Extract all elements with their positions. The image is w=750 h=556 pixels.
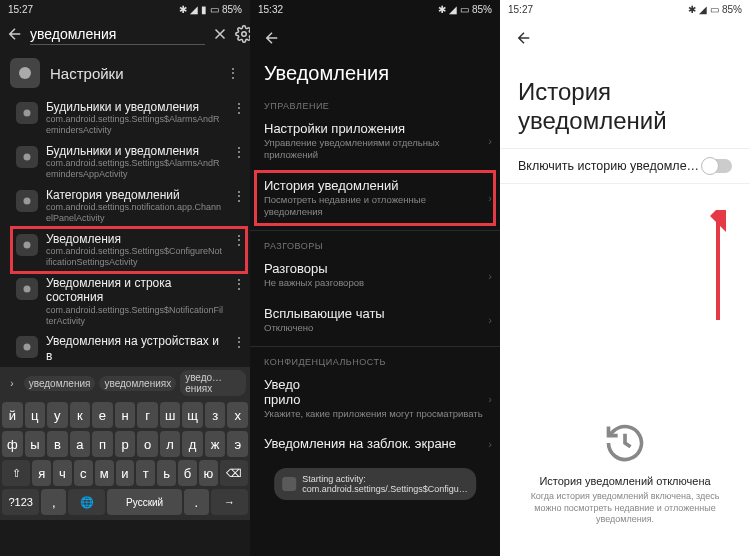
battery-pct: 85% — [222, 4, 242, 15]
settings-item[interactable]: Уведомления на заблок. экране › — [250, 428, 500, 459]
settings-item[interactable]: История уведомлений Посмотреть недавние … — [250, 170, 500, 227]
keyboard-key[interactable]: д — [182, 431, 203, 457]
section-header: РАЗГОВОРЫ — [250, 235, 500, 253]
more-icon[interactable]: ⋮ — [232, 276, 244, 292]
back-icon[interactable] — [6, 22, 24, 46]
search-input[interactable] — [30, 24, 205, 45]
keyboard-key[interactable]: ?123 — [2, 489, 39, 515]
keyboard-key[interactable]: р — [115, 431, 136, 457]
search-result-item[interactable]: Будильники и уведомления com.android.set… — [6, 140, 250, 184]
annotation-arrow — [708, 210, 728, 324]
suggestion-chip[interactable]: уведомлениях — [99, 376, 176, 391]
keyboard-key[interactable]: й — [2, 402, 23, 428]
keyboard-key[interactable]: , — [41, 489, 66, 515]
search-result-item[interactable]: Уведомления на устройствах и в ⋮ — [6, 330, 250, 367]
keyboard-key[interactable]: ц — [25, 402, 46, 428]
svg-point-3 — [24, 153, 31, 160]
toggle-switch[interactable] — [702, 159, 732, 173]
keyboard-key[interactable]: в — [47, 431, 68, 457]
empty-subtitle: Когда история уведомлений включена, здес… — [520, 491, 730, 526]
vibrate-icon: ◢ — [190, 4, 198, 15]
keyboard-key[interactable]: п — [92, 431, 113, 457]
keyboard-suggestions: › уведомления уведомлениях уведо…ениях — [0, 367, 250, 399]
keyboard-key[interactable]: а — [70, 431, 91, 457]
more-icon[interactable]: ⋮ — [232, 144, 244, 160]
status-time: 15:32 — [258, 4, 283, 15]
battery-pct: 85% — [722, 4, 742, 15]
keyboard-key[interactable]: е — [92, 402, 113, 428]
keyboard-key[interactable]: о — [137, 431, 158, 457]
keyboard-key[interactable]: → — [211, 489, 248, 515]
keyboard-key[interactable]: . — [184, 489, 209, 515]
status-icons: ✱ ◢ ▭ 85% — [688, 4, 742, 15]
result-subtitle: com.android.settings.Settings$AlarmsAndR… — [46, 114, 224, 136]
keyboard-key[interactable]: к — [70, 402, 91, 428]
item-subtitle: Отключено — [264, 322, 486, 334]
svg-point-5 — [24, 241, 31, 248]
keyboard-key[interactable]: ь — [157, 460, 176, 486]
suggestion-chip[interactable]: уведомления — [24, 376, 96, 391]
keyboard-key[interactable]: и — [116, 460, 135, 486]
section-header: КОНФИДЕНЦИАЛЬНОСТЬ — [250, 351, 500, 369]
keyboard-key[interactable]: у — [47, 402, 68, 428]
keyboard-key[interactable]: я — [32, 460, 51, 486]
item-subtitle: Управление уведомлениями отдельных прило… — [264, 137, 486, 162]
keyboard-key[interactable]: щ — [182, 402, 203, 428]
item-subtitle: Укажите, какие приложения могут просматр… — [264, 408, 486, 420]
settings-item[interactable]: Всплывающие чаты Отключено › — [250, 298, 500, 342]
battery-icon: ▭ — [210, 4, 219, 15]
keyboard-key[interactable]: ⌫ — [220, 460, 248, 486]
svg-point-0 — [242, 32, 247, 37]
item-title: История уведомлений — [264, 178, 486, 193]
keyboard-key[interactable]: Русский — [107, 489, 182, 515]
keyboard-key[interactable]: ф — [2, 431, 23, 457]
more-icon[interactable]: ⋮ — [226, 65, 240, 81]
search-result-item[interactable]: Уведомления и строка состояния com.andro… — [6, 272, 250, 330]
item-subtitle: Посмотреть недавние и отложенные уведомл… — [264, 194, 486, 219]
settings-item[interactable]: Уведоприло Укажите, какие приложения мог… — [250, 369, 500, 428]
keyboard-key[interactable]: л — [160, 431, 181, 457]
more-icon[interactable]: ⋮ — [232, 232, 244, 248]
suggestion-chip[interactable]: уведо…ениях — [180, 370, 246, 396]
status-icons: ✱ ◢ ▭ 85% — [438, 4, 492, 15]
page-title: История уведомлений — [500, 58, 750, 148]
chevron-right-icon: › — [488, 192, 492, 204]
chevron-right-icon[interactable]: › — [4, 378, 20, 389]
more-icon[interactable]: ⋮ — [232, 100, 244, 116]
search-result-item[interactable]: Уведомления com.android.settings.Setting… — [6, 228, 250, 272]
more-icon[interactable]: ⋮ — [232, 334, 244, 350]
keyboard-key[interactable]: х — [227, 402, 248, 428]
keyboard-key[interactable]: г — [137, 402, 158, 428]
keyboard-key[interactable]: 🌐 — [68, 489, 105, 515]
status-bar: 15:27 ✱ ◢ ▭ 85% — [500, 0, 750, 18]
settings-item[interactable]: Разговоры Не важных разговоров › — [250, 253, 500, 297]
back-icon[interactable] — [512, 26, 536, 50]
result-subtitle: com.android.settings.Settings$ConfigureN… — [46, 246, 224, 268]
more-icon[interactable]: ⋮ — [232, 188, 244, 204]
panel-search-settings: 15:27 ✱ ◢ ▮ ▭ 85% Настройки ⋮ Будильники… — [0, 0, 250, 556]
keyboard-key[interactable]: т — [136, 460, 155, 486]
keyboard-key[interactable]: ю — [199, 460, 218, 486]
clear-icon[interactable] — [211, 22, 229, 46]
toggle-row[interactable]: Включить историю уведомле… — [500, 148, 750, 184]
gear-icon[interactable] — [235, 22, 250, 46]
keyboard-key[interactable]: ш — [160, 402, 181, 428]
keyboard-key[interactable]: э — [227, 431, 248, 457]
keyboard-key[interactable]: с — [74, 460, 93, 486]
keyboard-key[interactable]: ч — [53, 460, 72, 486]
result-title: Будильники и уведомления — [46, 144, 224, 158]
search-result-item[interactable]: Будильники и уведомления com.android.set… — [6, 96, 250, 140]
keyboard-key[interactable]: б — [178, 460, 197, 486]
keyboard-key[interactable]: ж — [205, 431, 226, 457]
status-icons: ✱ ◢ ▮ ▭ 85% — [179, 4, 242, 15]
settings-icon — [16, 146, 38, 168]
search-result-item[interactable]: Категория уведомлений com.android.settin… — [6, 184, 250, 228]
header — [500, 18, 750, 58]
settings-item[interactable]: Настройки приложения Управление уведомле… — [250, 113, 500, 170]
keyboard-key[interactable]: м — [95, 460, 114, 486]
keyboard-key[interactable]: н — [115, 402, 136, 428]
keyboard-key[interactable]: з — [205, 402, 226, 428]
back-icon[interactable] — [260, 26, 284, 50]
keyboard-key[interactable]: ы — [25, 431, 46, 457]
keyboard-key[interactable]: ⇧ — [2, 460, 30, 486]
